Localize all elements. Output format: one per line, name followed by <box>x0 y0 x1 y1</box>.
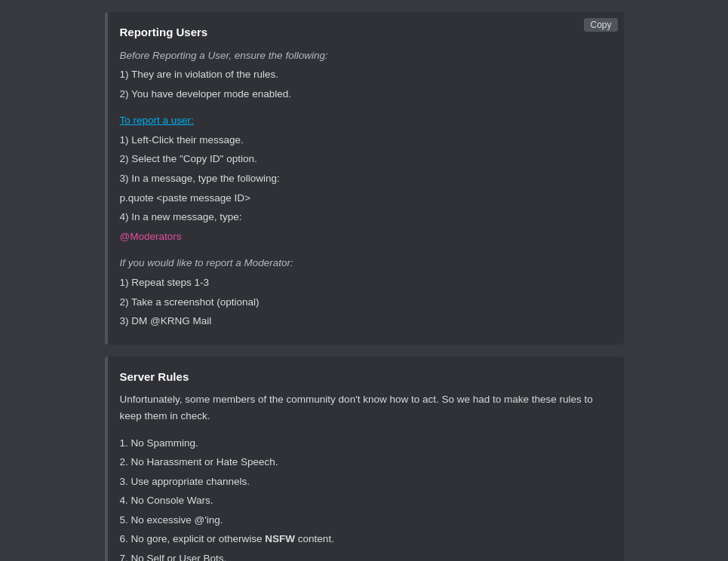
rule-3: 3. Use appropriate channels. <box>120 474 612 490</box>
report-step-1: 1) Left-Click their message. <box>120 132 612 149</box>
report-step-4: 4) In a new message, type: <box>120 209 612 225</box>
mod-step-1: 1) Repeat steps 1-3 <box>120 274 612 291</box>
report-step-2: 2) Select the "Copy ID" option. <box>120 151 612 167</box>
rule-2: 2. No Harassment or Hate Speech. <box>120 454 612 471</box>
rule-5: 5. No excessive @'ing. <box>120 512 612 529</box>
mod-step-3: 3) DM @KRNG Mail <box>120 313 612 330</box>
report-step-3: 3) In a message, type the following: <box>120 170 612 187</box>
reporting-prereq-2: 2) You have developer mode enabled. <box>120 86 612 103</box>
copy-button[interactable]: Copy <box>584 18 617 32</box>
rule-1: 1. No Spamming. <box>120 435 612 452</box>
mod-step-2: 2) Take a screenshot (optional) <box>120 294 612 311</box>
spacer-3 <box>120 428 612 435</box>
spacer-2 <box>120 247 612 255</box>
server-rules-body: Unfortunately, some members of the commu… <box>120 391 612 561</box>
reporting-users-title: Reporting Users <box>120 24 612 41</box>
server-rules-intro: Unfortunately, some members of the commu… <box>120 391 612 424</box>
reporting-users-card: Reporting Users Copy Before Reporting a … <box>105 12 624 345</box>
server-rules-title: Server Rules <box>120 369 612 386</box>
rule-6: 6. No gore, explicit or otherwise NSFW c… <box>120 531 612 547</box>
report-step-3b: p.quote <paste message ID> <box>120 190 612 207</box>
report-link: To report a user: <box>120 112 612 129</box>
rule-7: 7. No Self or User Bots. <box>120 550 612 561</box>
moderators-mention: @Moderators <box>120 231 182 242</box>
reporting-users-body: Before Reporting a User, ensure the foll… <box>120 48 612 330</box>
rule-4: 4. No Console Wars. <box>120 492 612 509</box>
main-content: Reporting Users Copy Before Reporting a … <box>93 0 636 561</box>
reporting-prereq-1: 1) They are in violation of the rules. <box>120 66 612 83</box>
reporting-intro-italic: Before Reporting a User, ensure the foll… <box>120 48 612 64</box>
server-rules-card: Server Rules Unfortunately, some members… <box>105 357 624 561</box>
spacer-1 <box>120 105 612 112</box>
nsfw-text: NSFW <box>265 533 295 544</box>
report-moderator-header: If you would like to report a Moderator: <box>120 255 612 271</box>
mention-moderators: @Moderators <box>120 228 612 245</box>
to-report-link-text: To report a user: <box>120 115 194 126</box>
